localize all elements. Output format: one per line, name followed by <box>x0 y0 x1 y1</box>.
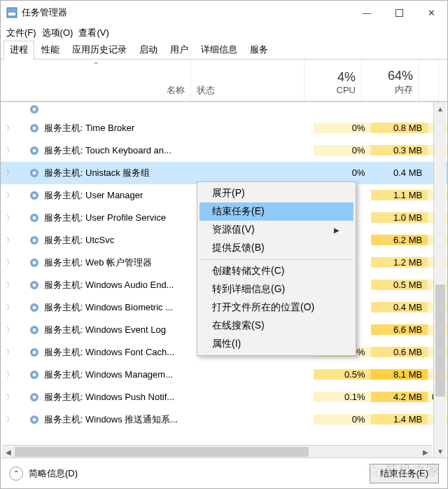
menu-item-resource-values[interactable]: 资源值(V) ▶ <box>200 221 354 239</box>
process-memory: 1.1 MB <box>371 190 428 200</box>
expand-chevron-icon[interactable]: 〉 <box>1 370 15 380</box>
process-memory: 0.4 MB <box>371 302 428 312</box>
menu-view[interactable]: 查看(V) <box>78 27 108 39</box>
expand-chevron-icon[interactable]: 〉 <box>1 258 15 268</box>
process-memory: 0.6 MB <box>371 347 428 357</box>
svg-point-20 <box>32 283 36 287</box>
end-task-button[interactable]: 结束任务(E) <box>370 464 439 483</box>
horizontal-scrollbar[interactable]: ◀ ▶ <box>2 445 432 457</box>
submenu-arrow-icon: ▶ <box>334 226 340 234</box>
process-cpu: 0.1% <box>314 392 371 402</box>
process-name: 服务主机: User Profile Service <box>44 212 201 224</box>
menu-item-properties[interactable]: 属性(I) <box>200 335 354 353</box>
svg-point-22 <box>32 305 36 309</box>
menu-item-open-location[interactable]: 打开文件所在的位置(O) <box>200 298 354 317</box>
svg-point-24 <box>32 328 36 331</box>
svg-point-8 <box>32 149 36 152</box>
svg-point-16 <box>32 238 36 242</box>
tab-processes[interactable]: 进程 <box>4 41 34 60</box>
expand-chevron-icon[interactable]: 〉 <box>1 123 15 133</box>
process-memory: 1.4 MB <box>371 414 428 425</box>
menu-item-search-online[interactable]: 在线搜索(S) <box>200 317 354 335</box>
window-title: 任务管理器 <box>22 6 351 19</box>
vertical-scrollbar[interactable]: ▲ ▼ <box>433 102 446 457</box>
process-cpu: 0% <box>314 414 371 425</box>
maximize-button[interactable] <box>383 1 415 25</box>
process-memory: 0.3 MB <box>371 145 428 156</box>
close-button[interactable]: ✕ <box>415 1 447 25</box>
svg-rect-2 <box>396 9 402 16</box>
horizontal-scroll-thumb[interactable] <box>15 447 309 457</box>
table-row[interactable] <box>1 102 447 117</box>
expand-chevron-icon[interactable]: 〉 <box>1 146 15 156</box>
tab-performance[interactable]: 性能 <box>36 41 65 59</box>
fewer-details-icon[interactable]: ⌃ <box>9 467 23 481</box>
fewer-details-label[interactable]: 简略信息(D) <box>29 467 78 480</box>
expand-chevron-icon[interactable]: 〉 <box>1 213 15 223</box>
tab-startup[interactable]: 启动 <box>134 41 163 59</box>
svg-point-28 <box>32 373 36 376</box>
menu-options[interactable]: 选项(O) <box>42 27 74 39</box>
process-cpu: 0% <box>314 167 371 178</box>
process-memory: 0.5 MB <box>371 280 428 290</box>
column-status[interactable]: 状态 <box>191 60 304 101</box>
process-name: 服务主机: Unistack 服务组 <box>44 167 201 179</box>
menu-bar: 文件(F) 选项(O) 查看(V) <box>1 25 447 41</box>
column-cpu[interactable]: 4% CPU <box>304 60 362 101</box>
expand-chevron-icon[interactable]: 〉 <box>1 303 15 312</box>
scroll-up-arrow-icon[interactable]: ▲ <box>434 102 447 115</box>
process-cpu: 0% <box>314 145 371 156</box>
expand-chevron-icon[interactable]: 〉 <box>1 280 15 290</box>
column-extra[interactable] <box>419 60 439 101</box>
expand-chevron-icon[interactable]: 〉 <box>1 392 15 402</box>
table-row[interactable]: 〉服务主机: Windows 推送通知系...0%1.4 MB0 <box>1 408 447 431</box>
process-name: 服务主机: Windows Font Cach... <box>44 346 201 359</box>
tab-users[interactable]: 用户 <box>164 41 194 59</box>
svg-point-18 <box>32 261 36 264</box>
svg-point-12 <box>32 193 36 197</box>
expand-chevron-icon[interactable]: 〉 <box>1 325 15 335</box>
process-name: 服务主机: Windows Push Notif... <box>44 391 201 404</box>
process-memory: 6.2 MB <box>371 235 428 245</box>
menu-item-expand[interactable]: 展开(P) <box>200 184 354 202</box>
process-memory: 1.0 MB <box>371 212 428 223</box>
menu-separator <box>200 259 353 260</box>
expand-chevron-icon[interactable]: 〉 <box>1 168 15 178</box>
menu-item-end-task[interactable]: 结束任务(E) <box>200 202 354 221</box>
process-memory: 0.4 MB <box>371 167 428 178</box>
expand-chevron-icon[interactable]: 〉 <box>1 415 15 425</box>
table-row[interactable]: 〉服务主机: Time Broker0%0.8 MB0 <box>1 117 447 139</box>
svg-point-10 <box>32 171 36 174</box>
process-memory: 1.2 MB <box>371 257 428 268</box>
menu-item-feedback[interactable]: 提供反馈(B) <box>200 239 354 257</box>
scroll-down-arrow-icon[interactable]: ▼ <box>434 445 447 457</box>
process-memory: 0.8 MB <box>371 123 428 133</box>
svg-point-6 <box>32 126 36 130</box>
tab-bar: 进程 性能 应用历史记录 启动 用户 详细信息 服务 <box>1 41 447 60</box>
tab-app-history[interactable]: 应用历史记录 <box>66 41 132 59</box>
column-memory[interactable]: 64% 内存 <box>362 60 419 101</box>
scroll-right-arrow-icon[interactable]: ▶ <box>419 446 432 458</box>
tab-details[interactable]: 详细信息 <box>195 41 243 59</box>
expand-chevron-icon[interactable]: 〉 <box>1 191 15 200</box>
table-row[interactable]: 〉服务主机: Windows Push Notif...0.1%4.2 MB0.… <box>1 386 447 408</box>
process-name: 服务主机: Time Broker <box>44 122 201 135</box>
expand-chevron-icon[interactable]: 〉 <box>1 235 15 245</box>
minimize-button[interactable]: — <box>351 1 383 25</box>
vertical-scroll-thumb[interactable] <box>435 284 445 397</box>
table-row[interactable]: 〉服务主机: Windows Managem...0.5%8.1 MB0 <box>1 364 447 386</box>
svg-point-32 <box>32 418 36 421</box>
column-name[interactable]: ⌃ 名称 <box>1 60 191 101</box>
tab-services[interactable]: 服务 <box>244 41 274 59</box>
menu-item-go-details[interactable]: 转到详细信息(G) <box>200 280 354 298</box>
process-name: 服务主机: User Manager <box>44 189 201 202</box>
menu-item-create-dump[interactable]: 创建转储文件(C) <box>200 262 354 280</box>
expand-chevron-icon[interactable]: 〉 <box>1 347 15 357</box>
table-row[interactable]: 〉服务主机: Touch Keyboard an...0%0.3 MB0 <box>1 139 447 162</box>
process-name: 服务主机: Windows Biometric ... <box>44 301 201 314</box>
menu-file[interactable]: 文件(F) <box>6 27 36 39</box>
process-memory: 8.1 MB <box>371 369 428 380</box>
context-menu: 展开(P) 结束任务(E) 资源值(V) ▶ 提供反馈(B) 创建转储文件(C)… <box>197 181 356 356</box>
scroll-left-arrow-icon[interactable]: ◀ <box>2 446 15 458</box>
process-name: 服务主机: Web 帐户管理器 <box>44 256 201 269</box>
